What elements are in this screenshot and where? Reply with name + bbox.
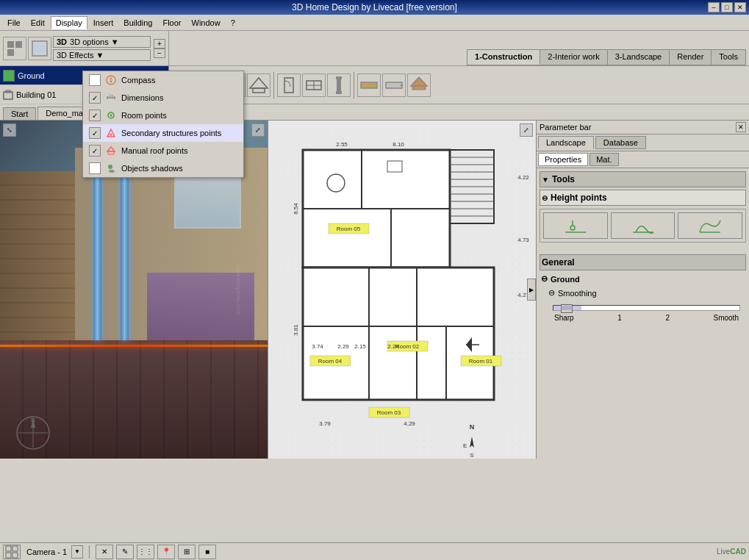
menu-help[interactable]: ?	[226, 17, 240, 29]
status-icon-4[interactable]: 📍	[157, 545, 175, 559]
dropdown-item-manual-roof[interactable]: ✓ Manual roof points	[83, 142, 243, 159]
dropdown-item-objects-shadows[interactable]: Objects shadows	[83, 159, 243, 177]
3d-effects-dropdown[interactable]: 3D Effects ▼	[53, 49, 151, 61]
height-points-label: Height points	[551, 193, 607, 203]
menu-building[interactable]: Building	[119, 17, 157, 29]
svg-text:8.10: 8.10	[393, 141, 404, 148]
svg-text:S: S	[470, 452, 473, 459]
svg-text:Room 03: Room 03	[377, 409, 401, 416]
3d-view-expand-btn[interactable]: ⤡	[3, 123, 16, 137]
layer-color-ground	[3, 70, 15, 82]
maximize-button[interactable]: □	[721, 2, 733, 12]
panel-sub-tab-mat[interactable]: Mat.	[589, 153, 618, 166]
3d-options-dropdown[interactable]: 3D 3D options ▼	[53, 36, 151, 48]
svg-text:4.29: 4.29	[404, 420, 415, 427]
menu-display[interactable]: Display	[51, 16, 87, 29]
remove-layer-btn[interactable]: −	[154, 49, 165, 58]
construct-roof-btn[interactable]	[247, 73, 270, 97]
3d-effects-label: 3D Effects ▼	[57, 51, 104, 60]
svg-rect-20	[337, 79, 341, 91]
construct-door-btn[interactable]	[277, 73, 301, 97]
plan-view-corner-btn[interactable]: ⤢	[520, 123, 533, 137]
svg-marker-100	[107, 147, 115, 151]
svg-text:N: N	[470, 423, 475, 431]
svg-rect-21	[336, 91, 342, 94]
svg-rect-15	[284, 78, 293, 93]
svg-text:3.74: 3.74	[312, 343, 323, 350]
svg-text:2.15: 2.15	[354, 343, 366, 350]
svg-rect-0	[7, 41, 14, 48]
height-points-collapse-icon: ⊖	[542, 194, 548, 202]
height-point-1[interactable]	[543, 212, 608, 239]
dropdown-item-secondary-structures[interactable]: ✓ Secondary structures points	[83, 124, 243, 142]
close-button[interactable]: ✕	[734, 2, 746, 12]
dropdown-item-room-points[interactable]: ✓ Room points	[83, 107, 243, 124]
dropdown-check-manual-roof: ✓	[89, 145, 101, 157]
menu-window[interactable]: Window	[187, 17, 225, 29]
status-icon-1[interactable]: ✕	[96, 545, 113, 559]
camera-dropdown-btn[interactable]: ▼	[71, 545, 83, 559]
construct-roof2-btn[interactable]	[407, 73, 431, 97]
svg-rect-1	[15, 41, 22, 48]
minimize-button[interactable]: –	[708, 2, 720, 12]
svg-rect-2	[7, 49, 14, 56]
smoothing-slider-container: Sharp 1 2 Smooth	[547, 302, 746, 325]
layer-icon-building	[3, 90, 13, 100]
construct-more-btn[interactable]	[382, 73, 406, 97]
panel-sub-tab-properties[interactable]: Properties	[538, 153, 588, 166]
layer-label-building: Building 01	[16, 90, 56, 99]
plan-nav-right-btn[interactable]: ▶	[527, 279, 536, 301]
status-icon-6[interactable]: ■	[198, 545, 216, 559]
nav-tab-interior[interactable]: 2-Interior work	[540, 50, 607, 65]
height-point-2[interactable]	[611, 212, 675, 239]
title-bar: 3D Home Design by Livecad [free version]…	[0, 0, 749, 15]
panel-tab-landscape[interactable]: Landscape	[538, 136, 594, 149]
status-icon-5[interactable]: ⊞	[178, 545, 196, 559]
nav-tab-construction[interactable]: 1-Construction	[467, 50, 540, 65]
construct-window-btn[interactable]	[302, 73, 326, 97]
height-point-3[interactable]	[678, 212, 742, 239]
floor-plan-svg: Room 05 Room 02 Room 04 Room 03 Room 01 …	[268, 121, 536, 459]
tools-section: ▼ Tools ⊖ Height points	[537, 168, 749, 251]
scene-light-strip	[0, 345, 268, 347]
slider-label-1: 1	[617, 314, 622, 322]
svg-text:4.73: 4.73	[517, 237, 529, 243]
smoothing-slider-track[interactable]	[553, 305, 740, 311]
toolbar-layout-btn[interactable]	[3, 37, 26, 60]
dropdown-item-dimensions[interactable]: ✓ 1m Dimensions	[83, 89, 243, 107]
menu-floor[interactable]: Floor	[158, 17, 185, 29]
menu-edit[interactable]: Edit	[26, 17, 49, 29]
svg-text:8.54: 8.54	[293, 203, 299, 215]
svg-text:2.29: 2.29	[337, 343, 349, 350]
add-layer-btn[interactable]: +	[154, 39, 165, 49]
dimensions-icon: 1m	[105, 92, 117, 104]
camera-select: Camera - 1 ▼	[24, 545, 83, 559]
svg-point-99	[110, 134, 112, 136]
panel-tab-database[interactable]: Database	[595, 136, 646, 149]
dropdown-item-compass[interactable]: Compass	[83, 71, 243, 89]
doc-tab-start[interactable]: Start	[3, 107, 36, 120]
compass-icon	[105, 74, 117, 86]
secondary-structures-icon	[105, 127, 117, 139]
toolbar-view-btn[interactable]	[28, 37, 51, 60]
construct-column-btn[interactable]	[327, 73, 351, 97]
nav-tab-tools[interactable]: Tools	[712, 50, 745, 65]
status-bar: Camera - 1 ▼ ✕ ✎ ⋮⋮ 📍 ⊞ ■ LiveCAD	[0, 542, 749, 560]
status-layout-btn[interactable]	[3, 545, 21, 559]
dropdown-label-secondary-structures: Secondary structures points	[121, 129, 221, 137]
dropdown-check-compass	[89, 74, 101, 86]
menu-insert[interactable]: Insert	[89, 17, 118, 29]
svg-marker-13	[250, 78, 268, 88]
construct-slab-btn[interactable]	[357, 73, 381, 97]
panel-close-btn[interactable]: ✕	[736, 122, 746, 132]
svg-rect-19	[336, 76, 342, 79]
nav-tab-landscape[interactable]: 3-Landscape	[608, 50, 670, 65]
nav-tab-render[interactable]: Render	[670, 50, 712, 65]
3d-view-corner-btn[interactable]: ⤢	[251, 123, 265, 137]
svg-text:E: E	[463, 442, 467, 449]
status-icon-2[interactable]: ✎	[116, 545, 134, 559]
dropdown-check-room-points: ✓	[89, 110, 101, 121]
status-icon-3[interactable]: ⋮⋮	[137, 545, 154, 559]
menu-file[interactable]: File	[3, 17, 25, 29]
svg-marker-25	[411, 77, 427, 86]
